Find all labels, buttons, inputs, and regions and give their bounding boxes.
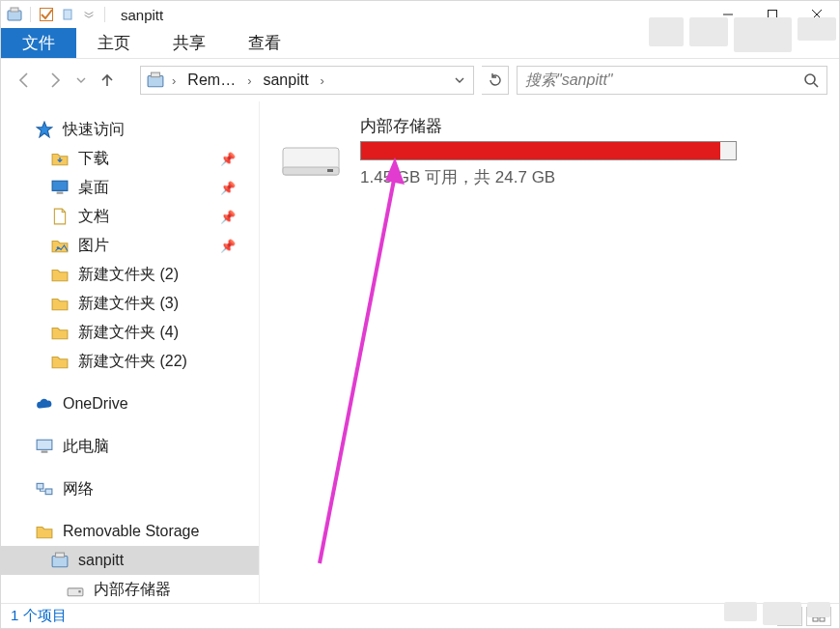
cloud-icon (36, 395, 53, 413)
svg-rect-34 (820, 617, 825, 621)
sidebar-item-folder[interactable]: 新建文件夹 (4) (1, 318, 259, 347)
drive-item[interactable]: 内部存储器 1.45 GB 可用，共 24.7 GB (279, 115, 820, 188)
tree-label: 新建文件夹 (22) (78, 352, 187, 372)
folder-icon (51, 353, 69, 370)
sidebar-item-folder[interactable]: 新建文件夹 (2) (1, 260, 259, 289)
drive-usage-bar (360, 141, 737, 160)
folder-icon (51, 150, 69, 167)
network-icon (36, 480, 53, 498)
pictures-icon (51, 237, 69, 254)
svg-rect-22 (78, 590, 80, 592)
tree-label: 图片 (78, 236, 109, 256)
svg-rect-1 (11, 8, 18, 12)
quickaccess-folder-icon[interactable] (60, 7, 75, 22)
pin-icon: 📌 (220, 239, 236, 253)
up-button[interactable] (96, 69, 119, 92)
close-button[interactable] (795, 1, 839, 28)
drive-usage-text: 1.45 GB 可用，共 24.7 GB (360, 166, 820, 188)
tab-view[interactable]: 查看 (227, 28, 302, 58)
svg-point-10 (805, 74, 815, 84)
tree-label: 桌面 (78, 178, 109, 198)
pin-icon: 📌 (220, 210, 236, 224)
tree-label: 此电脑 (63, 437, 109, 457)
forward-button[interactable] (43, 69, 67, 92)
tab-share[interactable]: 共享 (152, 28, 227, 58)
breadcrumb-separator[interactable]: › (317, 73, 328, 88)
refresh-button[interactable] (482, 66, 509, 95)
network-node[interactable]: 网络 (1, 474, 259, 503)
nav-row: › Rem… › sanpitt › 搜索"sanpitt" (1, 59, 839, 101)
sidebar-item-folder[interactable]: 新建文件夹 (22) (1, 347, 259, 376)
breadcrumb-separator[interactable]: › (243, 73, 255, 88)
disk-icon (279, 130, 343, 181)
minimize-button[interactable] (706, 1, 750, 28)
view-details-button[interactable] (777, 607, 802, 626)
drive-name: 内部存储器 (360, 115, 820, 137)
tab-home[interactable]: 主页 (76, 28, 152, 58)
pc-icon (36, 438, 53, 455)
svg-rect-5 (769, 11, 777, 19)
device-icon (147, 71, 164, 89)
pin-icon: 📌 (220, 181, 236, 195)
folder-icon (51, 295, 69, 312)
svg-rect-31 (813, 612, 818, 615)
breadcrumb-item[interactable]: sanpitt (259, 71, 312, 89)
address-dropdown-button[interactable] (450, 75, 469, 85)
svg-rect-16 (42, 451, 48, 453)
svg-line-26 (320, 175, 395, 563)
recent-locations-button[interactable] (74, 69, 88, 92)
svg-rect-17 (37, 483, 43, 489)
star-icon (36, 121, 53, 138)
disk-icon (67, 581, 84, 598)
svg-rect-32 (820, 612, 825, 615)
status-item-count: 1 个项目 (11, 607, 67, 625)
folder-icon (51, 324, 69, 341)
sidebar-item-downloads[interactable]: 下载 📌 (1, 144, 259, 173)
quickaccess-checkbox-icon[interactable] (39, 7, 54, 22)
device-icon (51, 552, 69, 569)
tree-label: 下载 (78, 149, 109, 169)
svg-rect-20 (56, 553, 65, 558)
content-pane[interactable]: 内部存储器 1.45 GB 可用，共 24.7 GB (260, 101, 839, 603)
tree-label: 网络 (63, 479, 94, 500)
view-large-icons-button[interactable] (806, 607, 831, 626)
back-button[interactable] (13, 69, 36, 92)
folder-icon (51, 266, 69, 283)
onedrive-node[interactable]: OneDrive (1, 389, 259, 418)
tree-label: 文档 (78, 207, 109, 227)
desktop-icon (51, 179, 69, 196)
pin-icon: 📌 (220, 152, 236, 166)
address-bar[interactable]: › Rem… › sanpitt › (140, 66, 474, 95)
tree-label: 内部存储器 (94, 580, 171, 600)
this-pc-node[interactable]: 此电脑 (1, 432, 259, 461)
quick-access-node[interactable]: 快速访问 (1, 115, 259, 144)
breadcrumb-item[interactable]: Rem… (183, 71, 239, 89)
tree-label: 新建文件夹 (3) (78, 294, 179, 314)
sidebar-item-folder[interactable]: 新建文件夹 (3) (1, 289, 259, 318)
search-placeholder: 搜索"sanpitt" (525, 71, 803, 91)
sidebar-item-internal-storage[interactable]: 内部存储器 (1, 575, 259, 603)
tree-label: sanpitt (78, 552, 124, 569)
nav-pane: 快速访问 下载 📌 桌面 📌 文档 📌 图片 📌 (1, 101, 260, 603)
sidebar-item-device[interactable]: sanpitt (1, 546, 259, 575)
search-icon (803, 72, 819, 88)
annotation-arrow (310, 157, 426, 573)
sidebar-item-pictures[interactable]: 图片 📌 (1, 231, 259, 260)
removable-storage-node[interactable]: Removable Storage (1, 517, 259, 546)
search-input[interactable]: 搜索"sanpitt" (517, 66, 827, 95)
svg-rect-9 (152, 72, 160, 77)
sidebar-item-desktop[interactable]: 桌面 📌 (1, 173, 259, 202)
svg-line-11 (814, 83, 818, 87)
svg-rect-33 (813, 617, 818, 621)
breadcrumb-separator[interactable]: › (168, 73, 180, 88)
folder-icon (36, 523, 53, 540)
sidebar-item-documents[interactable]: 文档 📌 (1, 202, 259, 231)
tab-file[interactable]: 文件 (1, 28, 76, 58)
quickaccess-dropdown-icon[interactable] (81, 7, 97, 22)
tree-label: 快速访问 (63, 120, 125, 140)
window-title: sanpitt (121, 7, 163, 23)
svg-rect-18 (45, 489, 52, 495)
maximize-button[interactable] (750, 1, 795, 28)
app-icon (7, 7, 22, 22)
svg-rect-12 (52, 181, 68, 190)
